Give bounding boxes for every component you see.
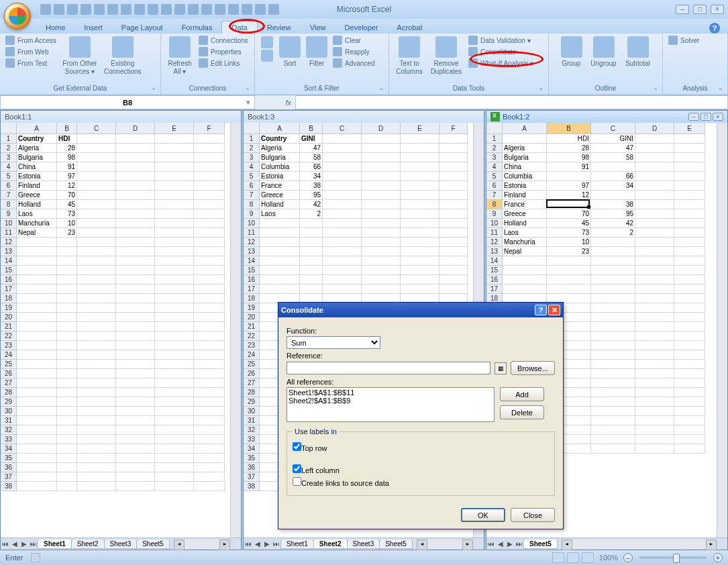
from-web-button[interactable]: From Web — [4, 46, 58, 57]
cell[interactable] — [57, 378, 77, 388]
row-header[interactable]: 24 — [1, 350, 17, 360]
cell[interactable] — [300, 247, 323, 256]
cell[interactable] — [57, 303, 77, 313]
cell[interactable] — [674, 181, 705, 191]
row-header[interactable]: 30 — [1, 407, 17, 416]
row-header[interactable]: 13 — [1, 247, 17, 256]
cell[interactable] — [17, 331, 57, 341]
cell[interactable] — [194, 454, 225, 463]
cell[interactable] — [57, 294, 77, 303]
sheet-nav-button[interactable]: ▶ — [505, 539, 515, 550]
cell[interactable]: Columbia — [503, 172, 547, 181]
cell[interactable]: 58 — [300, 153, 323, 162]
cell[interactable] — [635, 388, 674, 397]
data-validation-button[interactable]: Data Validation ▾ — [467, 35, 535, 46]
cell[interactable]: Laos — [260, 209, 300, 219]
cell[interactable] — [260, 285, 300, 294]
row-header[interactable]: 4 — [244, 162, 260, 172]
cell[interactable] — [116, 228, 155, 238]
cell[interactable] — [635, 238, 674, 247]
row-header[interactable]: 13 — [244, 247, 260, 256]
qat-icon[interactable] — [134, 4, 145, 15]
cell[interactable] — [194, 285, 225, 294]
row-header[interactable]: 30 — [244, 407, 260, 416]
cell[interactable] — [401, 209, 439, 219]
cell[interactable] — [155, 369, 194, 378]
cell[interactable] — [77, 134, 116, 144]
cell[interactable] — [116, 209, 155, 219]
cell[interactable]: Bulgaria — [503, 153, 547, 162]
cell[interactable] — [194, 219, 225, 228]
cell[interactable] — [674, 313, 705, 322]
properties-button[interactable]: Properties — [197, 46, 250, 57]
cell[interactable] — [635, 444, 674, 454]
row-header[interactable]: 32 — [244, 425, 260, 435]
row-header[interactable]: 7 — [244, 191, 260, 200]
cell[interactable]: Finland — [17, 181, 57, 191]
column-header[interactable]: B — [300, 123, 323, 134]
cell[interactable] — [155, 472, 194, 482]
close-button[interactable]: × — [711, 5, 724, 14]
cell[interactable] — [194, 172, 225, 181]
sheet-tab-sheet3[interactable]: Sheet3 — [104, 540, 138, 549]
group-button[interactable]: Group — [558, 35, 585, 78]
sheet-nav-button[interactable]: ⏮ — [1, 539, 10, 550]
cell[interactable] — [155, 313, 194, 322]
cell[interactable] — [439, 219, 468, 228]
cell[interactable] — [674, 416, 705, 425]
tab-home[interactable]: Home — [36, 21, 74, 34]
cell[interactable] — [323, 256, 362, 266]
cell[interactable]: Country — [260, 134, 300, 144]
sheet-nav-button[interactable]: ⏭ — [272, 539, 281, 550]
cell[interactable]: 45 — [547, 219, 591, 228]
cell[interactable] — [155, 454, 194, 463]
column-header[interactable]: E — [155, 123, 194, 134]
cell[interactable] — [116, 219, 155, 228]
cell[interactable] — [194, 444, 225, 454]
cell[interactable] — [323, 238, 362, 247]
cell[interactable] — [116, 172, 155, 181]
row-header[interactable]: 32 — [1, 425, 17, 435]
row-header[interactable]: 12 — [244, 238, 260, 247]
cell[interactable] — [194, 341, 225, 350]
cell[interactable] — [194, 200, 225, 209]
cell[interactable] — [57, 416, 77, 425]
column-header[interactable]: D — [362, 123, 401, 134]
row-header[interactable]: 1 — [486, 134, 503, 144]
row-header[interactable]: 6 — [486, 181, 503, 191]
cell[interactable] — [57, 444, 77, 454]
cell[interactable] — [194, 181, 225, 191]
cell[interactable] — [77, 181, 116, 191]
cell[interactable] — [401, 181, 439, 191]
cell[interactable] — [116, 285, 155, 294]
row-header[interactable]: 16 — [1, 275, 17, 285]
cell[interactable] — [674, 285, 705, 294]
all-references-list[interactable]: Sheet1!$A$1:$B$11Sheet2!$A$1:$B$9 — [287, 387, 495, 422]
cell[interactable] — [362, 181, 401, 191]
column-header[interactable]: B — [57, 123, 77, 134]
cell[interactable] — [194, 425, 225, 435]
cell[interactable] — [116, 181, 155, 191]
cell[interactable] — [591, 407, 635, 416]
cell[interactable] — [323, 162, 362, 172]
cell[interactable] — [503, 266, 547, 275]
tab-developer[interactable]: Developer — [335, 21, 387, 34]
row-header[interactable]: 13 — [486, 247, 503, 256]
create-links-checkbox[interactable]: Create links to source data — [293, 477, 549, 487]
cell[interactable] — [635, 209, 674, 219]
cell[interactable] — [57, 350, 77, 360]
cell[interactable] — [674, 228, 705, 238]
cell[interactable]: Laos — [503, 228, 547, 238]
cell[interactable] — [401, 200, 439, 209]
cell[interactable] — [401, 266, 439, 275]
row-header[interactable]: 1 — [244, 134, 260, 144]
cell[interactable] — [323, 228, 362, 238]
cell[interactable] — [116, 303, 155, 313]
cell[interactable] — [116, 266, 155, 275]
cell[interactable]: France — [260, 181, 300, 191]
cell[interactable] — [674, 275, 705, 285]
cell[interactable] — [591, 369, 635, 378]
sheet-nav-button[interactable]: ▶ — [262, 539, 272, 550]
reapply-button[interactable]: Reapply — [331, 46, 376, 57]
range-picker-button[interactable]: ▦ — [495, 362, 507, 374]
